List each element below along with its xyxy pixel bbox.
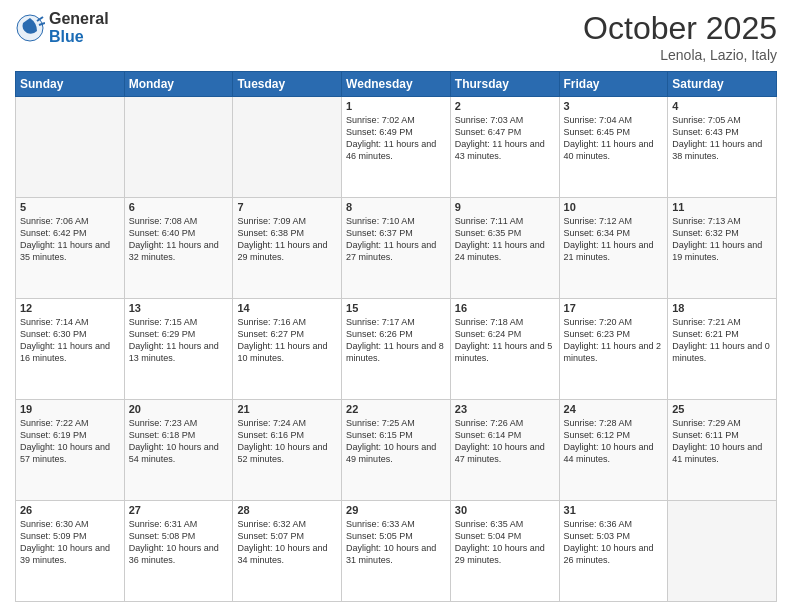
day-info: Sunrise: 7:10 AM Sunset: 6:37 PM Dayligh… bbox=[346, 215, 446, 264]
day-number: 14 bbox=[237, 302, 337, 314]
calendar-cell: 13Sunrise: 7:15 AM Sunset: 6:29 PM Dayli… bbox=[124, 299, 233, 400]
col-wednesday: Wednesday bbox=[342, 72, 451, 97]
calendar-cell: 15Sunrise: 7:17 AM Sunset: 6:26 PM Dayli… bbox=[342, 299, 451, 400]
day-info: Sunrise: 6:35 AM Sunset: 5:04 PM Dayligh… bbox=[455, 518, 555, 567]
calendar-cell: 25Sunrise: 7:29 AM Sunset: 6:11 PM Dayli… bbox=[668, 400, 777, 501]
day-number: 13 bbox=[129, 302, 229, 314]
day-number: 23 bbox=[455, 403, 555, 415]
calendar-cell: 14Sunrise: 7:16 AM Sunset: 6:27 PM Dayli… bbox=[233, 299, 342, 400]
day-number: 6 bbox=[129, 201, 229, 213]
calendar-cell bbox=[668, 501, 777, 602]
day-number: 9 bbox=[455, 201, 555, 213]
day-info: Sunrise: 6:33 AM Sunset: 5:05 PM Dayligh… bbox=[346, 518, 446, 567]
location: Lenola, Lazio, Italy bbox=[583, 47, 777, 63]
day-number: 28 bbox=[237, 504, 337, 516]
day-number: 1 bbox=[346, 100, 446, 112]
day-info: Sunrise: 7:04 AM Sunset: 6:45 PM Dayligh… bbox=[564, 114, 664, 163]
calendar-cell: 7Sunrise: 7:09 AM Sunset: 6:38 PM Daylig… bbox=[233, 198, 342, 299]
day-info: Sunrise: 6:32 AM Sunset: 5:07 PM Dayligh… bbox=[237, 518, 337, 567]
day-number: 31 bbox=[564, 504, 664, 516]
calendar-row-0: 1Sunrise: 7:02 AM Sunset: 6:49 PM Daylig… bbox=[16, 97, 777, 198]
calendar-cell: 9Sunrise: 7:11 AM Sunset: 6:35 PM Daylig… bbox=[450, 198, 559, 299]
day-number: 16 bbox=[455, 302, 555, 314]
day-number: 2 bbox=[455, 100, 555, 112]
calendar-cell bbox=[124, 97, 233, 198]
calendar-cell: 20Sunrise: 7:23 AM Sunset: 6:18 PM Dayli… bbox=[124, 400, 233, 501]
day-info: Sunrise: 7:08 AM Sunset: 6:40 PM Dayligh… bbox=[129, 215, 229, 264]
day-number: 8 bbox=[346, 201, 446, 213]
logo-text: General Blue bbox=[49, 10, 109, 45]
day-number: 5 bbox=[20, 201, 120, 213]
calendar-cell: 29Sunrise: 6:33 AM Sunset: 5:05 PM Dayli… bbox=[342, 501, 451, 602]
day-info: Sunrise: 7:03 AM Sunset: 6:47 PM Dayligh… bbox=[455, 114, 555, 163]
month-title: October 2025 bbox=[583, 10, 777, 47]
calendar-cell: 26Sunrise: 6:30 AM Sunset: 5:09 PM Dayli… bbox=[16, 501, 125, 602]
day-info: Sunrise: 6:30 AM Sunset: 5:09 PM Dayligh… bbox=[20, 518, 120, 567]
calendar-cell: 5Sunrise: 7:06 AM Sunset: 6:42 PM Daylig… bbox=[16, 198, 125, 299]
calendar-cell: 4Sunrise: 7:05 AM Sunset: 6:43 PM Daylig… bbox=[668, 97, 777, 198]
calendar-page: General Blue October 2025 Lenola, Lazio,… bbox=[0, 0, 792, 612]
calendar-cell: 12Sunrise: 7:14 AM Sunset: 6:30 PM Dayli… bbox=[16, 299, 125, 400]
day-number: 20 bbox=[129, 403, 229, 415]
calendar-row-4: 26Sunrise: 6:30 AM Sunset: 5:09 PM Dayli… bbox=[16, 501, 777, 602]
day-number: 21 bbox=[237, 403, 337, 415]
calendar-cell: 1Sunrise: 7:02 AM Sunset: 6:49 PM Daylig… bbox=[342, 97, 451, 198]
calendar-cell: 18Sunrise: 7:21 AM Sunset: 6:21 PM Dayli… bbox=[668, 299, 777, 400]
day-number: 3 bbox=[564, 100, 664, 112]
day-info: Sunrise: 7:29 AM Sunset: 6:11 PM Dayligh… bbox=[672, 417, 772, 466]
day-info: Sunrise: 7:26 AM Sunset: 6:14 PM Dayligh… bbox=[455, 417, 555, 466]
col-tuesday: Tuesday bbox=[233, 72, 342, 97]
col-thursday: Thursday bbox=[450, 72, 559, 97]
day-number: 17 bbox=[564, 302, 664, 314]
day-number: 12 bbox=[20, 302, 120, 314]
col-saturday: Saturday bbox=[668, 72, 777, 97]
day-info: Sunrise: 7:06 AM Sunset: 6:42 PM Dayligh… bbox=[20, 215, 120, 264]
day-info: Sunrise: 6:36 AM Sunset: 5:03 PM Dayligh… bbox=[564, 518, 664, 567]
calendar-cell: 16Sunrise: 7:18 AM Sunset: 6:24 PM Dayli… bbox=[450, 299, 559, 400]
calendar-cell: 21Sunrise: 7:24 AM Sunset: 6:16 PM Dayli… bbox=[233, 400, 342, 501]
day-number: 18 bbox=[672, 302, 772, 314]
day-number: 24 bbox=[564, 403, 664, 415]
day-info: Sunrise: 6:31 AM Sunset: 5:08 PM Dayligh… bbox=[129, 518, 229, 567]
calendar-cell: 11Sunrise: 7:13 AM Sunset: 6:32 PM Dayli… bbox=[668, 198, 777, 299]
day-number: 27 bbox=[129, 504, 229, 516]
calendar-cell bbox=[233, 97, 342, 198]
day-info: Sunrise: 7:21 AM Sunset: 6:21 PM Dayligh… bbox=[672, 316, 772, 365]
day-info: Sunrise: 7:28 AM Sunset: 6:12 PM Dayligh… bbox=[564, 417, 664, 466]
calendar-cell bbox=[16, 97, 125, 198]
calendar-header-row: Sunday Monday Tuesday Wednesday Thursday… bbox=[16, 72, 777, 97]
col-sunday: Sunday bbox=[16, 72, 125, 97]
day-info: Sunrise: 7:14 AM Sunset: 6:30 PM Dayligh… bbox=[20, 316, 120, 365]
calendar-cell: 22Sunrise: 7:25 AM Sunset: 6:15 PM Dayli… bbox=[342, 400, 451, 501]
day-info: Sunrise: 7:22 AM Sunset: 6:19 PM Dayligh… bbox=[20, 417, 120, 466]
day-info: Sunrise: 7:05 AM Sunset: 6:43 PM Dayligh… bbox=[672, 114, 772, 163]
day-info: Sunrise: 7:13 AM Sunset: 6:32 PM Dayligh… bbox=[672, 215, 772, 264]
calendar-cell: 10Sunrise: 7:12 AM Sunset: 6:34 PM Dayli… bbox=[559, 198, 668, 299]
day-info: Sunrise: 7:24 AM Sunset: 6:16 PM Dayligh… bbox=[237, 417, 337, 466]
day-info: Sunrise: 7:12 AM Sunset: 6:34 PM Dayligh… bbox=[564, 215, 664, 264]
day-info: Sunrise: 7:25 AM Sunset: 6:15 PM Dayligh… bbox=[346, 417, 446, 466]
day-number: 19 bbox=[20, 403, 120, 415]
calendar-row-2: 12Sunrise: 7:14 AM Sunset: 6:30 PM Dayli… bbox=[16, 299, 777, 400]
col-monday: Monday bbox=[124, 72, 233, 97]
calendar-cell: 2Sunrise: 7:03 AM Sunset: 6:47 PM Daylig… bbox=[450, 97, 559, 198]
day-number: 7 bbox=[237, 201, 337, 213]
logo: General Blue bbox=[15, 10, 109, 45]
calendar-row-1: 5Sunrise: 7:06 AM Sunset: 6:42 PM Daylig… bbox=[16, 198, 777, 299]
page-header: General Blue October 2025 Lenola, Lazio,… bbox=[15, 10, 777, 63]
calendar-cell: 24Sunrise: 7:28 AM Sunset: 6:12 PM Dayli… bbox=[559, 400, 668, 501]
calendar-cell: 27Sunrise: 6:31 AM Sunset: 5:08 PM Dayli… bbox=[124, 501, 233, 602]
col-friday: Friday bbox=[559, 72, 668, 97]
day-number: 4 bbox=[672, 100, 772, 112]
calendar-cell: 28Sunrise: 6:32 AM Sunset: 5:07 PM Dayli… bbox=[233, 501, 342, 602]
calendar-row-3: 19Sunrise: 7:22 AM Sunset: 6:19 PM Dayli… bbox=[16, 400, 777, 501]
calendar-cell: 19Sunrise: 7:22 AM Sunset: 6:19 PM Dayli… bbox=[16, 400, 125, 501]
day-number: 30 bbox=[455, 504, 555, 516]
day-info: Sunrise: 7:15 AM Sunset: 6:29 PM Dayligh… bbox=[129, 316, 229, 365]
day-info: Sunrise: 7:18 AM Sunset: 6:24 PM Dayligh… bbox=[455, 316, 555, 365]
day-info: Sunrise: 7:20 AM Sunset: 6:23 PM Dayligh… bbox=[564, 316, 664, 365]
logo-icon bbox=[15, 13, 45, 43]
day-number: 15 bbox=[346, 302, 446, 314]
calendar-cell: 31Sunrise: 6:36 AM Sunset: 5:03 PM Dayli… bbox=[559, 501, 668, 602]
day-number: 26 bbox=[20, 504, 120, 516]
